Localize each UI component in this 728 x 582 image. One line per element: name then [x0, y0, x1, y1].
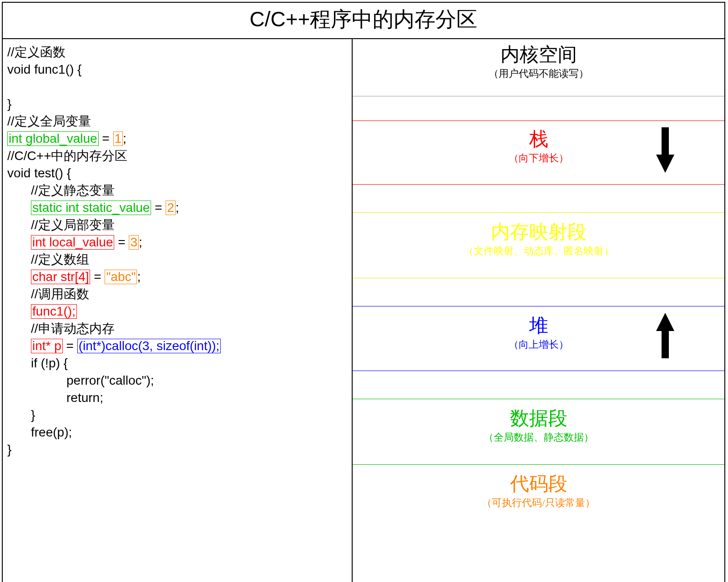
segment-gap	[353, 371, 724, 399]
segment-subtitle: （全局数据、静态数据）	[353, 431, 724, 444]
code-line: }	[7, 95, 349, 113]
code-line: if (!p) {	[7, 355, 349, 372]
segment-code: 代码段 （可执行代码/只读常量）	[353, 465, 724, 582]
code-line: char str[4] = "abc";	[7, 268, 349, 286]
heap-ptr-decl: int* p	[31, 339, 63, 353]
segment-gap	[353, 278, 724, 306]
heap-alloc-call: (int*)calloc(3, sizeof(int));	[77, 339, 221, 353]
code-line: int* p = (int*)calloc(3, sizeof(int));	[7, 337, 349, 355]
code-line: //定义数组	[7, 251, 349, 268]
diagram-title: C/C++程序中的内存分区	[3, 3, 724, 39]
code-text: =	[63, 339, 77, 353]
code-text: ;	[176, 201, 179, 215]
global-var-decl: int global_value	[7, 131, 99, 146]
segment-heap: 堆 （向上增长）	[353, 306, 724, 371]
code-line	[7, 78, 349, 95]
literal-constant: 1	[113, 131, 123, 146]
segment-title: 代码段	[353, 472, 724, 496]
literal-constant: 2	[166, 201, 176, 215]
segment-gap	[353, 185, 724, 213]
arrow-up-icon	[656, 313, 674, 358]
code-line: //申请动态内存	[7, 320, 349, 337]
code-text: =	[99, 131, 113, 146]
segment-gap	[353, 96, 724, 121]
code-line: int local_value = 3;	[7, 234, 349, 251]
static-var-decl: static int static_value	[31, 201, 151, 215]
code-line: //C/C++中的内存分区	[7, 147, 349, 165]
segment-subtitle: （文件映射、动态库、匿名映射）	[353, 244, 724, 258]
segment-data: 数据段 （全局数据、静态数据）	[353, 399, 724, 465]
string-literal: "abc"	[105, 270, 137, 284]
code-line: return;	[7, 389, 349, 406]
code-line: void func1() {	[7, 61, 349, 78]
code-text: =	[151, 201, 166, 215]
segment-stack: 栈 （向下增长）	[353, 121, 724, 185]
segment-title: 数据段	[353, 406, 724, 431]
code-line: //定义静态变量	[7, 182, 349, 199]
code-line: //调用函数	[7, 286, 349, 303]
local-var-decl: int local_value	[31, 235, 114, 250]
arrow-down-icon	[656, 127, 674, 173]
segment-mmap: 内存映射段 （文件映射、动态库、匿名映射）	[353, 213, 724, 278]
segment-subtitle: （可执行代码/只读常量）	[353, 496, 724, 510]
diagram-frame: C/C++程序中的内存分区 //定义函数 void func1() { } //…	[2, 2, 725, 582]
segment-title: 内核空间	[353, 43, 724, 67]
code-text: ;	[139, 235, 142, 249]
code-text: =	[90, 270, 105, 284]
code-line: free(p);	[7, 424, 349, 441]
memory-layout-panel: 内核空间 （用户代码不能读写） 栈 （向下增长） 内存映射段 （文件映射、动态库…	[353, 39, 724, 582]
code-line: }	[7, 441, 349, 458]
code-line: //定义局部变量	[7, 216, 349, 234]
code-line: func1();	[7, 303, 349, 320]
local-array-decl: char str[4]	[31, 270, 90, 284]
code-text: ;	[123, 131, 126, 146]
diagram-body: //定义函数 void func1() { } //定义全局变量 int glo…	[3, 39, 724, 582]
segment-kernel: 内核空间 （用户代码不能读写）	[353, 39, 724, 96]
func-call: func1();	[31, 304, 77, 319]
code-text: ;	[137, 270, 141, 284]
code-line: //定义函数	[7, 44, 349, 61]
code-line: perror("calloc");	[7, 372, 349, 389]
code-line: void test() {	[7, 165, 349, 182]
code-text: =	[114, 235, 129, 249]
segment-subtitle: （用户代码不能读写）	[353, 67, 724, 80]
segment-title: 内存映射段	[353, 220, 724, 244]
code-line: }	[7, 406, 349, 424]
code-panel: //定义函数 void func1() { } //定义全局变量 int glo…	[3, 39, 353, 582]
code-line: int global_value = 1;	[7, 130, 349, 147]
code-line: static int static_value = 2;	[7, 199, 349, 216]
code-line: //定义全局变量	[7, 113, 349, 130]
literal-constant: 3	[129, 235, 139, 250]
